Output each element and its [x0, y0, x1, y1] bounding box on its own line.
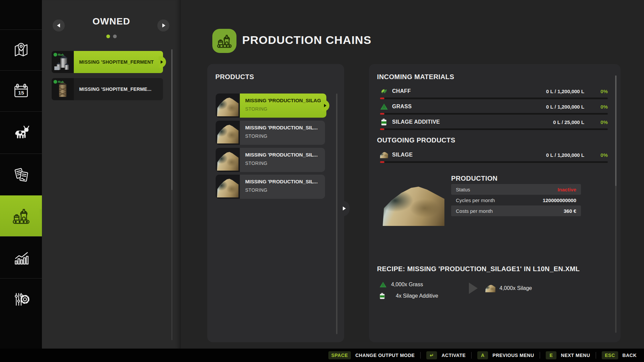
owned-item-fermenting-silo[interactable]: Mods MISSING 'SHOPITEM_FERMENT: [52, 51, 163, 73]
owned-panel: OWNED: [42, 0, 181, 349]
product-title: MISSING 'PRODUCTION_SILAG: [245, 98, 321, 103]
owned-item-thumbnail: Mods: [52, 78, 74, 100]
calendar-icon: 15: [11, 81, 31, 101]
table-row-status: Status Inactive: [451, 184, 581, 195]
products-panel: PRODUCTS MISSING 'PRODUCTION_SILAG STORI…: [207, 64, 344, 342]
table-row-cycles: Cycles per month 120000000000: [451, 195, 581, 205]
map-icon: [11, 41, 31, 60]
fill-level-bar: [380, 113, 608, 115]
owned-selected-arrow: [159, 56, 166, 68]
products-panel-expand-arrow[interactable]: [341, 201, 350, 216]
key-esc: ESC: [602, 351, 618, 359]
silage-additive-icon: [378, 292, 386, 300]
product-selected-arrow: [322, 100, 329, 111]
details-panel: INCOMING MATERIALS CHAFF 0 L / 1,200,000…: [369, 64, 621, 342]
sidebar-item-settings[interactable]: [0, 278, 42, 319]
key-enter-icon: ↵: [426, 351, 437, 359]
silage-additive-icon: [380, 118, 388, 126]
fill-level-bar: [380, 98, 608, 99]
owned-scrollbar[interactable]: [171, 49, 172, 340]
bottom-action-bar: SPACE CHANGE OUTPUT MODE ↵ ACTIVATE A PR…: [0, 349, 644, 362]
contracts-icon: [11, 165, 31, 185]
product-status: STORING: [245, 187, 320, 193]
page-icon-tile: [212, 29, 236, 53]
separator: [420, 352, 421, 359]
separator: [471, 352, 472, 359]
separator: [540, 352, 540, 359]
sidebar-item-production[interactable]: [0, 195, 42, 236]
key-space: SPACE: [328, 351, 351, 359]
recipe-output-silage: 4,000x Silage: [485, 284, 532, 292]
sidebar-item-calendar[interactable]: 15: [0, 70, 42, 112]
key-a: A: [477, 351, 488, 359]
action-back[interactable]: ESC BACK: [602, 351, 637, 359]
separator: [596, 352, 596, 359]
production-info-table: Status Inactive Cycles per month 1200000…: [451, 184, 581, 216]
statistics-icon: [11, 248, 31, 267]
recipe-arrow-icon: [469, 283, 478, 294]
action-next-menu[interactable]: E NEXT MENU: [546, 351, 590, 359]
product-status: STORING: [245, 161, 320, 166]
product-title: MISSING 'PRODUCTION_SIL...: [245, 125, 320, 130]
product-thumbnail: [216, 175, 240, 199]
product-item-silage-4[interactable]: MISSING 'PRODUCTION_SIL... STORING: [216, 175, 325, 199]
sidebar: 15: [0, 0, 42, 362]
svg-text:Mods: Mods: [57, 53, 64, 56]
production-title: PRODUCTION: [451, 175, 497, 182]
sidebar-item-map[interactable]: [0, 29, 42, 71]
table-row-costs: Costs per month 360 €: [451, 205, 581, 216]
page-title: PRODUCTION CHAINS: [242, 34, 371, 47]
sidebar-item-statistics[interactable]: [0, 236, 42, 279]
silage-icon: [380, 151, 388, 159]
owned-item-thumbnail: Mods: [52, 51, 74, 73]
chaff-icon: [380, 87, 388, 95]
product-thumbnail: [216, 94, 240, 118]
product-title: MISSING 'PRODUCTION_SIL...: [245, 179, 320, 184]
material-row-chaff: CHAFF 0 L / 1,200,000 L 0%: [380, 86, 608, 99]
product-status: STORING: [245, 106, 321, 112]
settings-sliders-gear-icon: [11, 289, 31, 309]
fill-level-bar: [380, 128, 608, 130]
silage-icon: [485, 284, 495, 292]
production-icon: [11, 206, 31, 226]
owned-pager-dots: [42, 35, 181, 38]
owned-list: Mods MISSING 'SHOPITEM_FERMENT: [52, 51, 163, 105]
material-row-grass: GRASS 0 L / 1,200,000 L 0%: [380, 102, 608, 115]
material-row-silage: SILAGE 0 L / 1,200,000 L 0%: [380, 150, 608, 163]
action-activate[interactable]: ↵ ACTIVATE: [426, 351, 466, 359]
grass-icon: [379, 281, 387, 289]
products-scrollbar[interactable]: [336, 94, 337, 334]
svg-text:Mods: Mods: [57, 80, 64, 83]
recipe-input-silage-additive: 4x Silage Additive: [378, 292, 438, 300]
products-title: PRODUCTS: [215, 73, 254, 81]
svg-text:15: 15: [18, 90, 24, 96]
product-item-silage-1[interactable]: MISSING 'PRODUCTION_SILAG STORING: [216, 94, 325, 118]
owned-item-fermenter[interactable]: Mods MISSING 'SHOPITEM_FERME...: [52, 78, 163, 100]
product-status: STORING: [245, 133, 320, 139]
production-chains-icon: [216, 32, 233, 50]
sidebar-item-animals[interactable]: [0, 111, 42, 154]
product-item-silage-2[interactable]: MISSING 'PRODUCTION_SIL... STORING: [216, 121, 325, 145]
action-change-output-mode[interactable]: SPACE CHANGE OUTPUT MODE: [328, 351, 415, 359]
owned-next-button[interactable]: [157, 19, 169, 32]
owned-item-label: MISSING 'SHOPITEM_FERMENT: [74, 51, 163, 73]
status-value: Inactive: [557, 187, 576, 192]
owned-item-label: MISSING 'SHOPITEM_FERME...: [74, 78, 163, 100]
material-row-silage-additive: SILAGE ADDITIVE 0 L / 25,000 L 0%: [380, 117, 608, 130]
grass-icon: [380, 103, 388, 111]
outgoing-products-title: OUTGOING PRODUCTS: [377, 136, 455, 144]
product-thumbnail: [216, 148, 240, 172]
pager-dot-active: [106, 35, 110, 38]
pager-dot-inactive: [113, 35, 117, 38]
product-item-silage-3[interactable]: MISSING 'PRODUCTION_SIL... STORING: [216, 148, 325, 172]
details-scrollbar[interactable]: [615, 75, 616, 333]
product-title: MISSING 'PRODUCTION_SIL...: [245, 152, 320, 158]
incoming-materials-title: INCOMING MATERIALS: [377, 73, 454, 81]
sidebar-item-contracts[interactable]: [0, 154, 42, 196]
product-thumbnail: [216, 121, 240, 145]
key-e: E: [546, 351, 556, 359]
action-previous-menu[interactable]: A PREVIOUS MENU: [477, 351, 534, 359]
recipe-title: RECIPE: MISSING 'PRODUCTION_SILAGE1' IN …: [377, 265, 580, 273]
production-chains-screen: 15: [0, 0, 644, 362]
production-point-image: [383, 184, 444, 226]
